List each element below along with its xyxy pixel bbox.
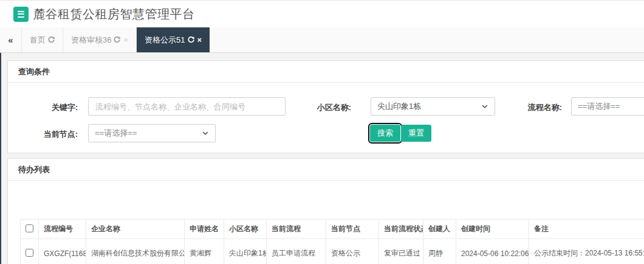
app-title: 麓谷租赁公租房智慧管理平台 (33, 6, 195, 23)
table-row[interactable]: GXGZF(11680) 湖南科创信息技术股份有限公司 黄湘辉 尖山印象1栋 员… (21, 239, 644, 264)
col-process-id: 流程编号 (39, 220, 86, 239)
col-remark: 备注 (529, 220, 644, 239)
cell-create-time: 2024-05-06 10:22:06 (456, 239, 529, 264)
tab-qualification-publicity[interactable]: 资格公示51 × (137, 27, 210, 52)
collapse-tabs-icon[interactable]: « (0, 27, 22, 52)
todo-panel-title: 待办列表 (8, 159, 644, 181)
cell-remark: 公示结束时间：2024-05-13 16:55:00 (529, 239, 644, 264)
cell-current-process: 员工申请流程 (267, 239, 326, 264)
tab-label: 首页 (30, 35, 46, 46)
tab-label: 资格审核36 (71, 35, 111, 46)
col-current-process: 当前流程 (267, 220, 326, 239)
query-panel: 查询条件 关键字: 小区名称: 尖山印象1栋 流程名称: ==请选择== (7, 60, 644, 153)
col-applicant-name: 申请姓名 (185, 220, 224, 239)
chevron-down-icon (481, 103, 488, 110)
community-select[interactable]: 尖山印象1栋 (371, 97, 495, 116)
tab-home[interactable]: 首页 (22, 27, 63, 52)
table-header-row: 流程编号 企业名称 申请姓名 小区名称 当前流程 当前节点 当前流程状态 创建人… (21, 220, 644, 239)
refresh-icon[interactable] (114, 36, 120, 43)
current-node-select[interactable]: ==请选择== (88, 124, 216, 142)
query-panel-title: 查询条件 (8, 61, 644, 83)
close-icon[interactable]: × (197, 36, 202, 44)
todo-table-wrapper: 流程编号 企业名称 申请姓名 小区名称 当前流程 当前节点 当前流程状态 创建人… (8, 181, 644, 264)
process-name-select[interactable]: ==请选择== (571, 97, 644, 116)
current-node-label: 当前节点: (8, 129, 78, 140)
col-creator: 创建人 (423, 220, 456, 239)
select-all-checkbox[interactable] (26, 224, 33, 232)
cell-process-id: GXGZF(11680) (39, 239, 86, 264)
refresh-icon[interactable] (48, 36, 55, 43)
cell-company-name: 湖南科创信息技术股份有限公司 (86, 239, 185, 264)
cell-current-node: 资格公示 (326, 239, 379, 264)
col-create-time: 创建时间 (456, 220, 529, 239)
tab-qualification-review[interactable]: 资格审核36 × (63, 27, 137, 52)
app-window: 麓谷租赁公租房智慧管理平台 « 首页 资格审核36 × 资格公示51 × (0, 0, 644, 264)
close-icon[interactable]: × (123, 36, 128, 44)
col-company-name: 企业名称 (86, 220, 185, 239)
query-form: 关键字: 小区名称: 尖山印象1栋 流程名称: ==请选择== 当前节点: (8, 83, 644, 153)
community-select-value: 尖山印象1栋 (377, 101, 481, 112)
main-content: 查询条件 关键字: 小区名称: 尖山印象1栋 流程名称: ==请选择== (0, 53, 644, 264)
reset-button[interactable]: 重置 (401, 125, 431, 142)
row-checkbox[interactable] (26, 249, 33, 257)
current-node-select-value: ==请选择== (95, 128, 202, 139)
chevron-down-icon (202, 130, 209, 137)
community-label: 小区名称: (287, 102, 351, 113)
cell-creator: 周静 (423, 239, 456, 264)
cell-process-status: 复审已通过 (379, 239, 423, 264)
menu-icon[interactable] (13, 7, 29, 22)
app-header: 麓谷租赁公租房智慧管理平台 (0, 1, 644, 27)
cell-applicant-name: 黄湘辉 (185, 239, 224, 264)
cell-community-name: 尖山印象1栋 (224, 239, 267, 264)
tab-bar: « 首页 资格审核36 × 资格公示51 × (0, 27, 644, 53)
search-button[interactable]: 搜索 (370, 125, 400, 142)
todo-table: 流程编号 企业名称 申请姓名 小区名称 当前流程 当前节点 当前流程状态 创建人… (20, 219, 644, 264)
keyword-input[interactable] (88, 97, 286, 116)
tab-label: 资格公示51 (145, 35, 185, 46)
refresh-icon[interactable] (188, 36, 194, 43)
process-name-select-value: ==请选择== (578, 101, 644, 112)
todo-panel: 待办列表 流程编号 企业名称 申请姓名 (7, 158, 644, 264)
col-current-node: 当前节点 (326, 220, 379, 239)
process-name-label: 流程名称: (498, 102, 562, 113)
col-community-name: 小区名称 (224, 220, 267, 239)
col-process-status: 当前流程状态 (379, 220, 423, 239)
keyword-label: 关键字: (8, 102, 78, 113)
